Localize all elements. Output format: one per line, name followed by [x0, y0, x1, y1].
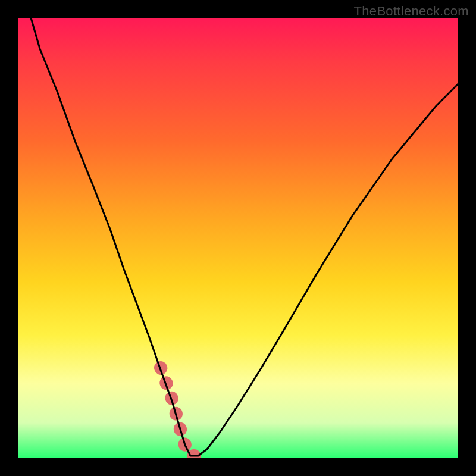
bottleneck-curve-path	[31, 18, 458, 456]
plot-area	[18, 18, 458, 458]
chart-frame: TheBottleneck.com	[0, 0, 476, 476]
watermark-text: TheBottleneck.com	[354, 4, 469, 19]
curve-svg	[18, 18, 458, 458]
